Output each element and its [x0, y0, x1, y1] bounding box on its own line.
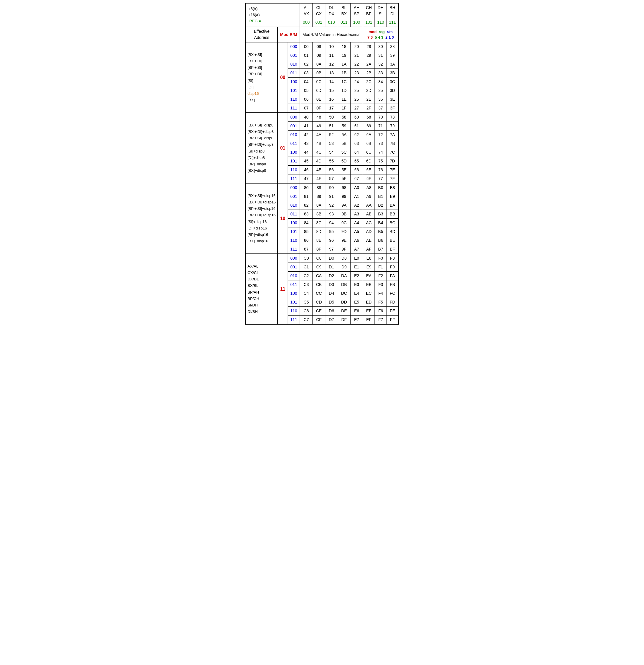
hex-val-cell: E8: [363, 254, 374, 263]
mod-cell: 10: [278, 183, 288, 254]
hex-val-cell: 8B: [312, 210, 325, 218]
hex-val-cell: CF: [312, 316, 325, 325]
hex-val-cell: 88: [312, 183, 325, 192]
hex-val-cell: DB: [338, 280, 350, 289]
hex-val-cell: EB: [363, 280, 374, 289]
hex-val-cell: F0: [375, 254, 387, 263]
hex-val-cell: 35: [375, 86, 387, 95]
hex-val-cell: E1: [350, 263, 363, 272]
hex-val-cell: 8C: [312, 218, 325, 227]
rm-cell: 000: [288, 254, 300, 263]
hex-val-cell: 1D: [338, 86, 350, 95]
hex-val-cell: FF: [387, 316, 398, 325]
hex-val-cell: 52: [325, 131, 338, 139]
reg-eq-label: REG =: [248, 18, 297, 24]
reg-val-000: 000: [300, 18, 313, 27]
rm-cell: 100: [288, 78, 300, 86]
hex-val-cell: 75: [375, 157, 387, 166]
hex-val-cell: 93: [325, 210, 338, 218]
hex-val-cell: F6: [375, 307, 387, 316]
effective-address-cell: [BX + SI]+disp8[BX + DI]+disp8[BP + SI]+…: [246, 113, 278, 183]
hex-val-cell: 2F: [363, 104, 374, 113]
hex-val-cell: 72: [375, 131, 387, 139]
hex-val-cell: 04: [300, 78, 313, 86]
col-bh-di: BH DI: [387, 3, 398, 18]
hex-val-cell: 89: [312, 192, 325, 201]
rm-cell: 111: [288, 316, 300, 325]
rm-cell: 101: [288, 298, 300, 307]
hex-val-cell: 71: [375, 122, 387, 131]
mod-cell: 11: [278, 254, 288, 324]
hex-val-cell: 41: [300, 122, 313, 131]
hex-val-cell: 78: [387, 113, 398, 122]
hex-val-cell: 99: [338, 192, 350, 201]
hex-val-cell: A5: [350, 227, 363, 236]
hex-val-cell: D4: [325, 289, 338, 298]
reg-val-111: 111: [387, 18, 398, 27]
hex-val-cell: 2A: [363, 60, 374, 69]
hex-val-cell: 94: [325, 218, 338, 227]
hex-val-cell: 9C: [338, 218, 350, 227]
hex-val-cell: A2: [350, 201, 363, 210]
mod-rm-label: Mod R/M: [278, 27, 300, 42]
rm-cell: 100: [288, 148, 300, 157]
rm-cell: 111: [288, 174, 300, 184]
hex-val-cell: A4: [350, 218, 363, 227]
hex-val-cell: 81: [300, 192, 313, 201]
rm-cell: 011: [288, 280, 300, 289]
rm-cell: 101: [288, 157, 300, 166]
hex-val-cell: D0: [325, 254, 338, 263]
rm-cell: 011: [288, 139, 300, 148]
rm-cell: 101: [288, 86, 300, 95]
hex-val-cell: 12: [325, 60, 338, 69]
hex-val-cell: C9: [312, 263, 325, 272]
reg-val-010: 010: [325, 18, 338, 27]
hex-val-cell: 37: [375, 104, 387, 113]
col-cl-cx: CL CX: [312, 3, 325, 18]
hex-val-cell: F8: [387, 254, 398, 263]
hex-val-cell: 90: [325, 183, 338, 192]
hex-val-cell: 26: [350, 95, 363, 104]
hex-val-cell: 24: [350, 78, 363, 86]
hex-val-cell: B4: [375, 218, 387, 227]
rm-cell: 010: [288, 272, 300, 280]
hex-val-cell: 6C: [363, 148, 374, 157]
hex-val-cell: 56: [325, 166, 338, 174]
hex-val-cell: 8E: [312, 236, 325, 245]
hex-val-cell: 0C: [312, 78, 325, 86]
rm-cell: 110: [288, 95, 300, 104]
hex-val-cell: 50: [325, 113, 338, 122]
effective-address-cell: [BX + SI]+disp16[BX + DI]+disp16[BP + SI…: [246, 183, 278, 254]
hex-val-cell: C1: [300, 263, 313, 272]
hex-val-cell: 31: [375, 51, 387, 60]
hex-val-cell: DC: [338, 289, 350, 298]
hex-val-cell: C5: [300, 298, 313, 307]
hex-val-cell: 01: [300, 51, 313, 60]
hex-val-cell: A6: [350, 236, 363, 245]
hex-val-cell: 9D: [338, 227, 350, 236]
hex-val-cell: 0E: [312, 95, 325, 104]
hex-val-cell: 54: [325, 148, 338, 157]
reg-label-cell: r8(/r) r16(/r) REG =: [246, 3, 300, 27]
hex-val-cell: 8D: [312, 227, 325, 236]
header-row: r8(/r) r16(/r) REG = AL AX CL CX DL DX B…: [246, 3, 398, 18]
hex-val-cell: 7E: [387, 166, 398, 174]
hex-val-cell: 4D: [312, 157, 325, 166]
hex-val-cell: D7: [325, 316, 338, 325]
hex-val-cell: E7: [350, 316, 363, 325]
hex-val-cell: EC: [363, 289, 374, 298]
rm-cell: 010: [288, 131, 300, 139]
hex-val-cell: 76: [375, 166, 387, 174]
hex-val-cell: 11: [325, 51, 338, 60]
hex-val-cell: BA: [387, 201, 398, 210]
eff-addr-label: EffectiveAddress: [246, 27, 278, 42]
hex-val-cell: 57: [325, 174, 338, 184]
hex-val-cell: 10: [325, 42, 338, 51]
hex-val-cell: E2: [350, 272, 363, 280]
bit-labels: mod reg r/m 7 6 5 4 3 2 1 0: [363, 27, 398, 42]
hex-val-cell: DE: [338, 307, 350, 316]
hex-val-cell: 65: [350, 157, 363, 166]
hex-val-cell: 3D: [387, 86, 398, 95]
hex-val-cell: 42: [300, 131, 313, 139]
hex-val-cell: 58: [338, 113, 350, 122]
